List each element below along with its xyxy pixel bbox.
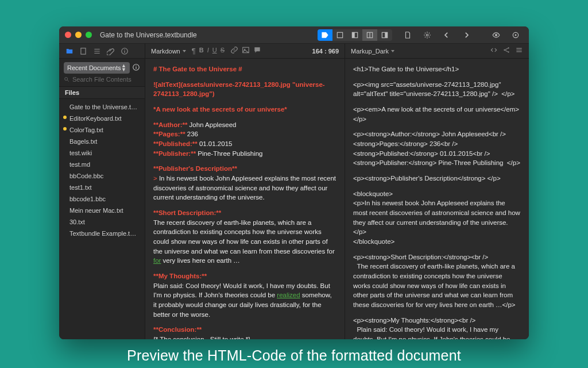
forward-icon[interactable] (459, 29, 474, 41)
menu-icon[interactable] (515, 46, 523, 56)
zoom-window-button[interactable] (86, 32, 92, 38)
visibility-menu-icon[interactable] (489, 29, 504, 41)
file-list-item[interactable]: Mein neuer Mac.txt (59, 205, 145, 216)
preview-tools: Markup_Dark (345, 44, 529, 58)
gear-icon[interactable] (420, 29, 435, 41)
italic-button[interactable]: I (207, 47, 209, 55)
sidebar: Recent Documents ▲▼ Search File Contents… (59, 59, 145, 339)
app-window: Gate to the Universe.textbundle Markdown (59, 26, 529, 339)
preview-theme-dropdown[interactable]: Markup_Dark (351, 48, 394, 55)
svg-point-19 (508, 51, 509, 52)
file-list-item[interactable]: ColorTag.txt (59, 124, 145, 136)
share-icon[interactable] (502, 46, 510, 56)
svg-rect-0 (337, 32, 342, 37)
svg-point-14 (124, 49, 125, 49)
marketing-caption: Preview the HTML-Code of the formatted d… (0, 347, 588, 364)
files-header: Files (59, 86, 145, 99)
file-list: Gate to the Universe.textbu…EditorKeyboa… (59, 99, 145, 241)
info-icon[interactable] (120, 47, 129, 56)
file-list-item[interactable]: Gate to the Universe.textbu… (59, 101, 145, 113)
code-view-icon[interactable] (490, 46, 498, 56)
file-list-item[interactable]: Bagels.txt (59, 136, 145, 147)
layout-split-icon[interactable] (362, 29, 377, 41)
minimize-window-button[interactable] (75, 32, 82, 38)
file-list-item[interactable]: EditorKeyboard.txt (59, 113, 145, 124)
svg-point-22 (136, 65, 136, 66)
html-preview[interactable]: <h1>The Gate to the Universe</h1> <p><im… (345, 59, 529, 339)
editor-tools: Markdown ¶ B I U S 164 : 969 (145, 44, 345, 58)
strike-button[interactable]: S (220, 47, 225, 55)
window-controls (65, 32, 92, 38)
search-input[interactable]: Search File Contents (64, 76, 140, 83)
titlebar: Gate to the Universe.textbundle (59, 26, 529, 44)
file-list-item[interactable]: bbCode.bbc (59, 170, 145, 182)
paragraph-icon[interactable]: ¶ (192, 47, 196, 55)
svg-rect-6 (385, 32, 388, 37)
file-list-item[interactable]: 30.txt (59, 216, 145, 228)
comment-icon[interactable] (253, 46, 261, 56)
link-icon[interactable] (230, 46, 238, 56)
document-menu-icon[interactable] (400, 29, 415, 41)
recent-documents-label: Recent Documents (67, 64, 121, 71)
window-title: Gate to the Universe.textbundle (100, 31, 197, 39)
recent-documents-dropdown[interactable]: Recent Documents ▲▼ (64, 62, 130, 74)
format-buttons: ¶ B I U S (192, 47, 225, 55)
recent-info-icon[interactable] (132, 63, 140, 72)
search-placeholder: Search File Contents (72, 76, 131, 83)
tag-icon[interactable] (318, 29, 332, 41)
new-doc-icon[interactable] (79, 47, 88, 56)
layout-right-icon[interactable] (377, 29, 392, 41)
markdown-editor[interactable]: # The Gate to the Universe # ![altText](… (145, 59, 345, 339)
svg-point-23 (65, 78, 68, 80)
svg-point-17 (504, 49, 505, 51)
svg-point-8 (495, 34, 497, 36)
file-list-item[interactable]: bbcode1.bbc (59, 193, 145, 205)
list-icon[interactable] (92, 47, 102, 56)
layout-single-icon[interactable] (332, 29, 347, 41)
svg-point-7 (426, 34, 428, 36)
svg-line-24 (67, 80, 69, 82)
layout-left-icon[interactable] (347, 29, 362, 41)
folder-icon[interactable] (65, 47, 74, 56)
svg-point-18 (508, 47, 509, 48)
file-list-item[interactable]: test1.txt (59, 182, 145, 193)
file-list-item[interactable]: Textbundle Example.textbu… (59, 228, 145, 239)
sidebar-tools (59, 44, 145, 58)
underline-button[interactable]: U (212, 47, 217, 55)
svg-rect-2 (352, 32, 354, 37)
svg-point-10 (515, 34, 516, 35)
focus-mode-icon[interactable] (508, 29, 523, 41)
word-char-counter: 164 : 969 (312, 48, 339, 55)
image-icon[interactable] (242, 46, 250, 56)
back-icon[interactable] (439, 29, 454, 41)
file-list-item[interactable]: test.md (59, 159, 145, 170)
layout-segment (318, 29, 392, 41)
close-window-button[interactable] (65, 32, 71, 38)
secondary-toolbar: Markdown ¶ B I U S 164 : 969 Markup_Dark (59, 44, 529, 59)
svg-rect-11 (81, 48, 86, 54)
syntax-dropdown[interactable]: Markdown (151, 48, 186, 55)
attachment-icon[interactable] (106, 47, 115, 56)
bold-button[interactable]: B (199, 47, 204, 55)
insert-buttons (230, 46, 261, 56)
file-list-item[interactable]: test.wiki (59, 147, 145, 159)
